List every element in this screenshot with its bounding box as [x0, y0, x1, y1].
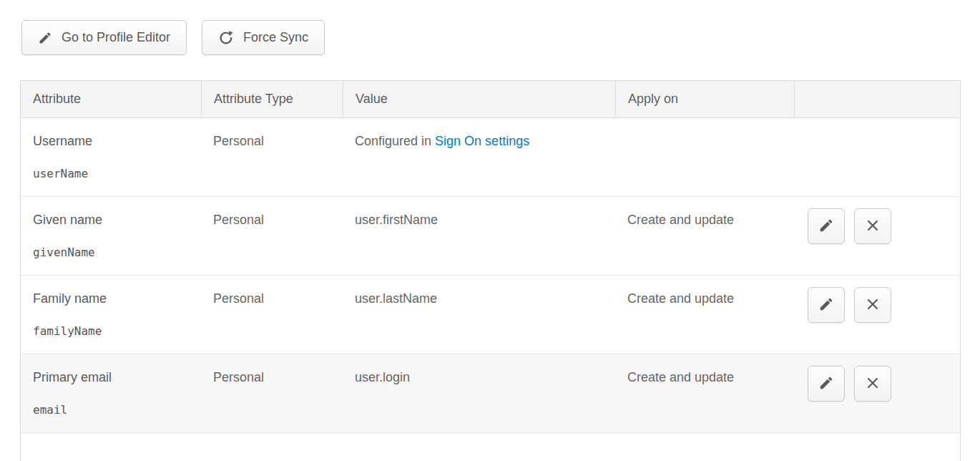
actions-cell: [794, 354, 960, 432]
attribute-cell: Given name givenName: [21, 197, 201, 275]
attribute-type-cell: Personal: [201, 354, 343, 432]
attribute-cell: Family name familyName: [21, 276, 201, 354]
edit-attribute-button[interactable]: [808, 208, 845, 244]
column-header-value: Value: [343, 81, 615, 117]
attribute-label: Family name: [33, 291, 194, 306]
pencil-icon: [818, 296, 834, 314]
table-row: Primary email email Personal user.login …: [21, 354, 960, 433]
actions-cell: [794, 118, 960, 196]
attribute-variable: familyName: [33, 324, 194, 339]
go-to-profile-editor-button[interactable]: Go to Profile Editor: [21, 20, 187, 55]
column-header-attribute-type: Attribute Type: [201, 81, 343, 117]
remove-attribute-button[interactable]: [854, 366, 891, 402]
refresh-icon: [218, 30, 234, 46]
table-row: [21, 433, 960, 461]
close-icon: [866, 376, 880, 392]
actions-cell: [794, 197, 960, 275]
apply-on-cell: [615, 118, 794, 196]
remove-attribute-button[interactable]: [854, 208, 891, 244]
attribute-label: Given name: [33, 212, 194, 228]
actions-cell: [794, 276, 960, 354]
column-header-apply-on: Apply on: [615, 81, 794, 117]
edit-attribute-button[interactable]: [808, 287, 845, 323]
attribute-variable: givenName: [33, 245, 194, 261]
force-sync-button[interactable]: Force Sync: [202, 20, 325, 55]
column-header-attribute: Attribute: [21, 81, 201, 117]
attribute-type-cell: Personal: [201, 197, 343, 275]
force-sync-label: Force Sync: [243, 30, 308, 45]
value-cell: user.lastName: [343, 276, 615, 354]
table-header: Attribute Attribute Type Value Apply on: [21, 81, 960, 118]
attribute-cell: Primary email email: [21, 354, 201, 432]
pencil-icon: [818, 218, 834, 236]
attribute-variable: userName: [33, 166, 194, 182]
value-cell: user.firstName: [343, 197, 615, 275]
table-row: Username userName Personal Configured in…: [21, 118, 960, 197]
value-prefix-text: Configured in: [355, 134, 435, 148]
toolbar: Go to Profile Editor Force Sync: [21, 20, 980, 55]
attribute-cell: Username userName: [21, 118, 201, 196]
pencil-icon: [38, 31, 52, 45]
go-to-profile-editor-label: Go to Profile Editor: [62, 30, 170, 45]
apply-on-cell: Create and update: [615, 197, 794, 275]
close-icon: [866, 218, 880, 235]
attribute-label: Username: [33, 133, 194, 149]
pencil-icon: [818, 375, 834, 393]
attribute-mappings-table: Attribute Attribute Type Value Apply on …: [20, 80, 961, 461]
table-row: Family name familyName Personal user.las…: [21, 276, 960, 354]
close-icon: [866, 297, 880, 314]
remove-attribute-button[interactable]: [854, 287, 891, 323]
edit-attribute-button[interactable]: [808, 366, 845, 402]
value-cell: Configured in Sign On settings: [343, 118, 615, 196]
attribute-type-cell: Personal: [201, 276, 343, 354]
attribute-variable: email: [33, 402, 194, 418]
value-cell: user.login: [343, 354, 615, 432]
attribute-type-cell: Personal: [201, 118, 343, 196]
attribute-label: Primary email: [33, 369, 194, 385]
table-row: Given name givenName Personal user.first…: [21, 197, 960, 276]
column-header-actions: [794, 81, 960, 117]
apply-on-cell: Create and update: [615, 276, 794, 354]
sign-on-settings-link[interactable]: Sign On settings: [435, 134, 529, 148]
apply-on-cell: Create and update: [615, 354, 794, 432]
